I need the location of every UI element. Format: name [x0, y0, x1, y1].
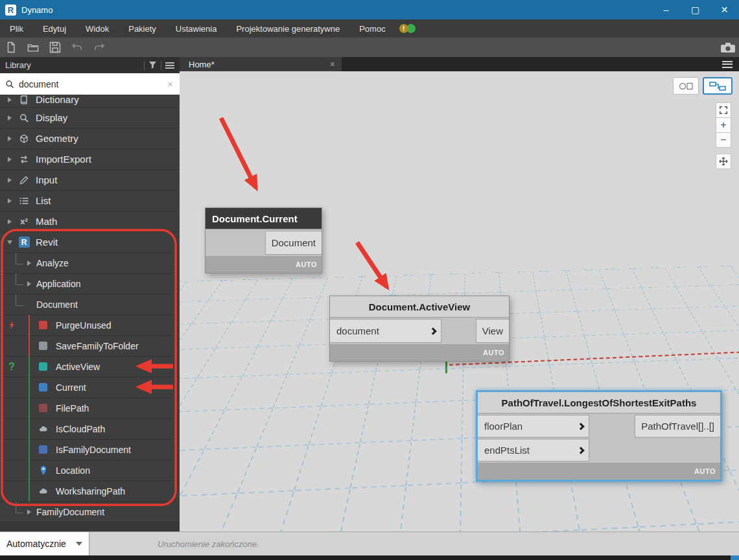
minimize-button[interactable]: – [651, 0, 681, 19]
node-document-activeview[interactable]: Document.ActiveViewdocumentViewAUTO [329, 296, 510, 362]
library-item-iscloudpath[interactable]: IsCloudPath [0, 419, 180, 439]
tree-line [16, 274, 23, 285]
search-clear-icon[interactable]: × [166, 78, 174, 89]
expander-icon[interactable] [27, 281, 31, 286]
undo-button[interactable] [66, 38, 88, 57]
library-layout-icon[interactable] [165, 62, 174, 69]
tree-line [16, 502, 23, 513]
library-item-activeview[interactable]: ?ActiveView [0, 356, 180, 377]
expander-icon[interactable] [8, 178, 12, 183]
output-port-Document[interactable]: Document [265, 231, 322, 255]
node-title[interactable]: Document.ActiveView [330, 296, 509, 318]
camera-export-button[interactable] [717, 38, 739, 57]
menu-item-plik[interactable]: Plik [0, 19, 33, 38]
menu-item-pakiety[interactable]: Pakiety [119, 19, 166, 38]
expander-icon[interactable] [8, 136, 12, 141]
action-group-bar [29, 315, 30, 336]
geometry-view-button[interactable] [673, 77, 699, 95]
zoom-out-button[interactable]: − [716, 132, 731, 148]
tree-line [16, 253, 23, 264]
expander-icon[interactable] [27, 261, 31, 266]
magnifier-icon [18, 112, 30, 124]
expander-icon[interactable] [8, 115, 12, 121]
open-file-button[interactable] [22, 38, 44, 57]
library-item-document[interactable]: Document [0, 294, 180, 315]
pan-button[interactable] [716, 154, 731, 169]
bottom-strip [0, 555, 739, 560]
query-group-bar [29, 481, 30, 502]
node-pathoftravel-longestofshortestexitpaths[interactable]: PathOfTravel.LongestOfShortestExitPathsf… [476, 390, 722, 482]
input-port-endPtsList[interactable]: endPtsList [478, 439, 589, 461]
redo-button[interactable] [88, 38, 110, 57]
library-item-location[interactable]: Location [0, 460, 180, 481]
input-port-floorPlan[interactable]: floorPlan [478, 415, 589, 438]
library-item-math[interactable]: x²Math [0, 211, 180, 232]
menu-item-ustawienia[interactable]: Ustawienia [166, 19, 227, 38]
expander-icon[interactable] [8, 219, 12, 224]
graph-view-button[interactable] [703, 77, 733, 95]
library-item-application[interactable]: Application [0, 274, 180, 294]
library-item-display[interactable]: Display [0, 108, 180, 128]
library-item-dictionary[interactable]: Dictionary [0, 95, 180, 108]
menu-items-container: PlikEdytujWidokPakietyUstawieniaProjekto… [0, 19, 395, 38]
expander-icon[interactable] [8, 157, 12, 162]
warning-badge-icon[interactable]: ! [399, 24, 408, 33]
library-item-isfamilydocument[interactable]: IsFamilyDocument [0, 439, 180, 460]
library-item-geometry[interactable]: Geometry [0, 128, 180, 149]
input-port-document[interactable]: document [330, 319, 441, 343]
save-file-button[interactable] [44, 38, 66, 57]
node-title[interactable]: PathOfTravel.LongestOfShortestExitPaths [478, 392, 720, 414]
item-label: IsFamilyDocument [56, 445, 131, 455]
close-button[interactable]: ✕ [710, 0, 739, 19]
statusbar: Automatycznie Uruchomienie zakończone. [0, 531, 739, 555]
item-label: Document [36, 299, 78, 310]
item-label: Application [36, 279, 81, 289]
library-item-importexport[interactable]: ImportExport [0, 149, 180, 170]
menu-item-widok[interactable]: Widok [76, 19, 119, 38]
item-label: Revit [36, 237, 58, 248]
titlebar: R Dynamo – ▢ ✕ [0, 0, 739, 19]
tab-home[interactable]: Home* × [180, 57, 342, 71]
zoom-fit-button[interactable] [716, 102, 731, 118]
tab-close-icon[interactable]: × [330, 59, 335, 69]
maximize-button[interactable]: ▢ [681, 0, 710, 19]
expander-icon[interactable] [8, 97, 12, 102]
main-toolbar [0, 38, 739, 57]
menu-item-projektowanie-generatywne[interactable]: Projektowanie generatywne [226, 19, 349, 38]
library-item-revit[interactable]: RRevit [0, 232, 180, 253]
expander-icon[interactable] [7, 240, 12, 244]
library-item-familydocument[interactable]: FamilyDocument [0, 502, 180, 522]
expander-icon[interactable] [27, 509, 31, 515]
run-mode-dropdown[interactable]: Automatycznie [0, 532, 89, 556]
library-item-input[interactable]: Input [0, 170, 180, 191]
library-item-current[interactable]: Current [0, 377, 180, 398]
library-item-analyze[interactable]: Analyze [0, 253, 180, 274]
expander-icon[interactable] [8, 198, 12, 204]
node-document-current[interactable]: Document.CurrentDocumentAUTO [205, 207, 322, 274]
item-label: Location [56, 465, 90, 476]
output-port-View[interactable]: View [476, 319, 509, 343]
menu-item-edytuj[interactable]: Edytuj [33, 19, 76, 38]
worksharing-icon [38, 485, 49, 496]
library-item-purgeunused[interactable]: PurgeUnused [0, 315, 180, 336]
port-label: View [482, 325, 503, 336]
library-item-list[interactable]: List [0, 191, 180, 211]
search-input[interactable] [19, 79, 166, 89]
graph-canvas[interactable]: Document.CurrentDocumentAUTODocument.Act… [180, 71, 739, 531]
menu-item-pomoc[interactable]: Pomoc [349, 19, 395, 38]
filter-icon[interactable] [148, 61, 157, 69]
tab-menu-icon[interactable] [722, 61, 733, 68]
port-label: document [336, 325, 379, 336]
output-port-PathOfTravel[interactable]: PathOfTravel[]..[] [635, 415, 720, 438]
zoom-in-button[interactable]: + [716, 117, 731, 133]
node-lacing-footer: AUTO [330, 344, 509, 361]
current-icon [38, 382, 49, 393]
library-item-savefamilytofolder[interactable]: SaveFamilyToFolder [0, 336, 180, 356]
new-file-button[interactable] [0, 38, 22, 57]
notification-badges[interactable]: ! [399, 24, 416, 33]
library-item-filepath[interactable]: FilePath [0, 398, 180, 419]
library-item-worksharingpath[interactable]: WorksharingPath [0, 481, 180, 502]
node-title[interactable]: Document.Current [205, 208, 322, 229]
view-mode-toggle [673, 77, 733, 95]
node-lacing-footer: AUTO [478, 463, 720, 480]
